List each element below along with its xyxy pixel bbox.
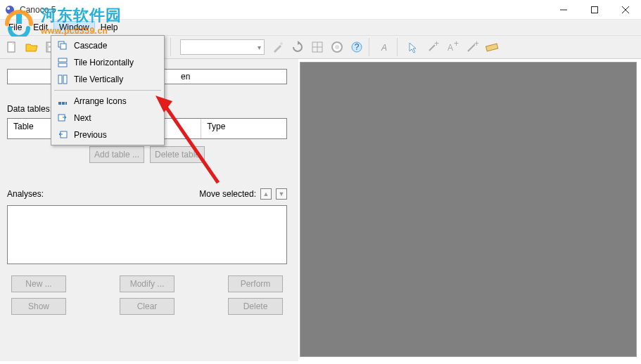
svg-point-0 bbox=[6, 6, 14, 14]
open-folder-icon[interactable] bbox=[23, 38, 41, 56]
svg-rect-42 bbox=[58, 102, 61, 105]
svg-point-20 bbox=[280, 42, 283, 45]
col-type[interactable]: Type bbox=[201, 119, 286, 138]
menu-label: Tile Vertically bbox=[74, 74, 123, 84]
grid-icon[interactable] bbox=[308, 38, 326, 56]
toolbar-separator bbox=[170, 38, 174, 56]
svg-rect-44 bbox=[65, 102, 67, 105]
svg-rect-35 bbox=[485, 44, 497, 51]
refresh-icon[interactable] bbox=[288, 38, 307, 56]
tile-vertical-icon bbox=[57, 74, 68, 85]
menu-tile-vertically[interactable]: Tile Vertically bbox=[53, 71, 163, 88]
svg-rect-37 bbox=[61, 44, 66, 49]
svg-text:?: ? bbox=[355, 42, 360, 52]
tile-horizontal-icon bbox=[57, 57, 68, 68]
svg-rect-43 bbox=[62, 102, 65, 105]
text-plus-icon[interactable]: A+ bbox=[443, 38, 462, 56]
line-plus-icon[interactable]: + bbox=[463, 38, 481, 56]
menu-help[interactable]: Help bbox=[95, 21, 124, 34]
arrange-icons-icon bbox=[57, 96, 68, 107]
pointer-icon[interactable] bbox=[404, 38, 422, 56]
mdi-workspace bbox=[300, 62, 637, 357]
minimize-button[interactable] bbox=[548, 0, 579, 20]
splitter[interactable] bbox=[294, 59, 298, 361]
app-icon bbox=[4, 4, 15, 15]
svg-rect-40 bbox=[58, 75, 62, 84]
svg-text:+: + bbox=[474, 41, 478, 48]
move-selected-label: Move selected: bbox=[199, 189, 256, 199]
move-up-button[interactable]: ▲ bbox=[260, 188, 272, 200]
previous-icon bbox=[57, 129, 68, 141]
toolbar-separator bbox=[397, 38, 401, 56]
svg-text:+: + bbox=[434, 41, 439, 48]
modify-analysis-button[interactable]: Modify ... bbox=[120, 275, 174, 292]
menu-label: Arrange Icons bbox=[74, 96, 127, 106]
menu-file[interactable]: File bbox=[3, 21, 27, 34]
menu-label: Tile Horizontally bbox=[74, 58, 134, 67]
svg-point-25 bbox=[335, 45, 339, 49]
menu-next[interactable]: Next bbox=[53, 110, 163, 126]
svg-rect-39 bbox=[58, 63, 67, 67]
next-icon bbox=[57, 112, 68, 124]
window-title: Canoco 5 bbox=[20, 5, 548, 15]
field-value-text: en bbox=[181, 72, 190, 82]
analyses-list[interactable] bbox=[7, 205, 287, 264]
menu-cascade[interactable]: Cascade bbox=[53, 37, 163, 54]
menu-previous[interactable]: Previous bbox=[53, 126, 163, 143]
help-icon[interactable]: ? bbox=[348, 38, 366, 56]
svg-text:+: + bbox=[454, 41, 459, 48]
delete-analysis-button[interactable]: Delete bbox=[228, 298, 283, 315]
maximize-button[interactable] bbox=[579, 0, 610, 20]
show-analysis-button[interactable]: Show bbox=[11, 298, 66, 315]
perform-analysis-button[interactable]: Perform bbox=[228, 275, 283, 292]
menu-window[interactable]: Window bbox=[53, 21, 95, 34]
svg-point-1 bbox=[7, 7, 10, 10]
toolbar-separator bbox=[369, 38, 373, 56]
svg-rect-3 bbox=[592, 6, 598, 13]
close-button[interactable] bbox=[610, 0, 641, 20]
clear-analysis-button[interactable]: Clear bbox=[120, 298, 174, 315]
ruler-icon[interactable] bbox=[483, 38, 501, 56]
move-down-button[interactable]: ▼ bbox=[276, 188, 287, 200]
menu-edit[interactable]: Edit bbox=[27, 21, 53, 34]
lifebuoy-icon[interactable] bbox=[328, 38, 346, 56]
chevron-down-icon: ▾ bbox=[258, 44, 261, 51]
menu-label: Cascade bbox=[74, 41, 107, 51]
wand-plus-icon[interactable]: + bbox=[424, 38, 442, 56]
window-menu-dropdown: Cascade Tile Horizontally Tile Verticall… bbox=[51, 35, 165, 145]
menu-arrange-icons[interactable]: Arrange Icons bbox=[53, 93, 163, 110]
menu-separator bbox=[54, 90, 161, 91]
wizard-icon[interactable] bbox=[269, 38, 287, 56]
svg-rect-41 bbox=[63, 75, 67, 84]
analyses-label: Analyses: bbox=[7, 189, 44, 199]
svg-rect-38 bbox=[58, 58, 67, 62]
menu-label: Previous bbox=[74, 130, 107, 140]
menu-tile-horizontally[interactable]: Tile Horizontally bbox=[53, 54, 163, 71]
new-file-icon[interactable] bbox=[3, 38, 21, 56]
text-tool-icon[interactable]: A bbox=[376, 38, 394, 56]
svg-text:A: A bbox=[381, 43, 387, 53]
add-table-button[interactable]: Add table ... bbox=[89, 146, 144, 163]
menu-label: Next bbox=[74, 113, 91, 123]
toolbar-combo[interactable]: ▾ bbox=[180, 39, 265, 55]
svg-text:A: A bbox=[448, 43, 453, 53]
new-analysis-button[interactable]: New ... bbox=[11, 275, 66, 292]
delete-table-button[interactable]: Delete table bbox=[150, 146, 205, 163]
menu-bar: File Edit Window Help bbox=[0, 20, 641, 35]
title-bar: Canoco 5 bbox=[0, 0, 641, 20]
cascade-icon bbox=[57, 40, 68, 51]
